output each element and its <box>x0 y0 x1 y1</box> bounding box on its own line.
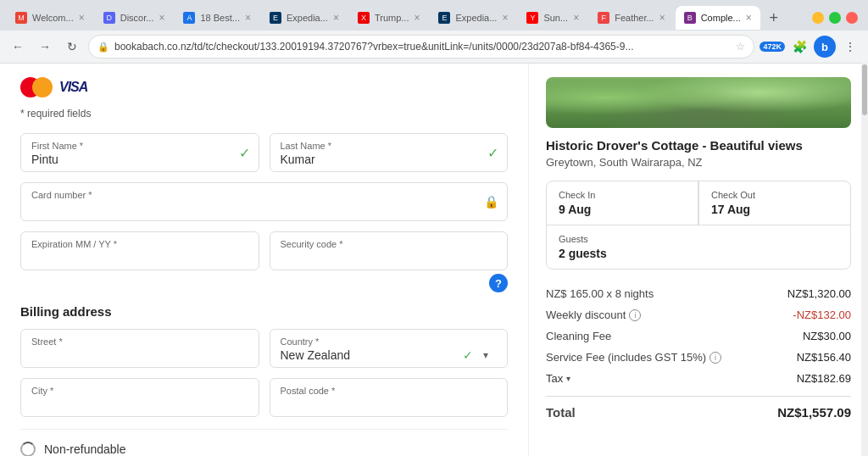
city-label: City * <box>31 386 248 396</box>
street-label: Street * <box>31 336 248 347</box>
secure-icon: 🔒 <box>97 42 109 53</box>
last-name-field[interactable]: Last Name * ✓ <box>270 133 509 172</box>
card-number-field[interactable]: Card number * 🔒 <box>20 182 508 221</box>
street-input[interactable] <box>31 348 248 362</box>
property-name: Historic Drover's Cottage - Beautiful vi… <box>546 138 851 153</box>
scrollbar-thumb[interactable] <box>862 64 867 115</box>
city-postal-row: City * Postal code * <box>20 378 508 417</box>
tax-label[interactable]: Tax ▾ <box>546 372 570 385</box>
postal-input[interactable] <box>281 398 498 411</box>
base-rate-row: NZ$ 165.00 x 8 nights NZ$1,320.00 <box>546 283 851 304</box>
tab-close-expedia2[interactable]: × <box>502 12 508 24</box>
tab-close-expedia1[interactable]: × <box>333 12 339 24</box>
security-input[interactable] <box>281 251 498 264</box>
address-bar[interactable]: 🔒 bookabach.co.nz/td/tc/checkout/133.200… <box>88 35 754 58</box>
last-name-check-icon: ✓ <box>487 145 498 161</box>
country-select-wrapper: ✓ New Zealand ▾ <box>281 348 498 362</box>
first-name-input[interactable] <box>31 153 248 166</box>
tab-trump[interactable]: X Trump... × <box>349 6 429 30</box>
minimize-button[interactable] <box>812 12 824 24</box>
security-field[interactable]: Security code * <box>270 231 509 270</box>
booking-summary: Historic Drover's Cottage - Beautiful vi… <box>529 64 868 456</box>
tab-expedia2[interactable]: E Expedia... × <box>430 6 516 30</box>
menu-button[interactable]: ⋮ <box>839 36 861 58</box>
close-button[interactable] <box>846 12 858 24</box>
street-country-row: Street * Country * ✓ New Zealand ▾ <box>20 329 508 368</box>
expiry-input[interactable] <box>31 251 248 264</box>
back-button[interactable]: ← <box>7 36 29 58</box>
forward-button[interactable]: → <box>34 36 56 58</box>
tab-label-discord: Discor... <box>120 13 154 23</box>
tab-label-sun: Sun... <box>543 13 568 23</box>
tab-favicon-expedia1: E <box>270 12 281 24</box>
help-icon[interactable]: ? <box>489 274 508 292</box>
service-fee-info-icon[interactable]: i <box>709 352 721 364</box>
postal-label: Postal code * <box>281 386 498 396</box>
base-rate-amount: NZ$1,320.00 <box>787 287 851 300</box>
tab-favicon-expedia2: E <box>438 12 450 24</box>
tab-expedia1[interactable]: E Expedia... × <box>261 6 348 30</box>
tab-favicon-gmail: M <box>15 12 27 24</box>
city-field[interactable]: City * <box>20 378 259 417</box>
tab-close-sun[interactable]: × <box>573 12 579 24</box>
address-star-icon[interactable]: ☆ <box>736 41 745 53</box>
extension-badge: 472K <box>760 42 785 52</box>
tab-close-trump[interactable]: × <box>414 12 420 24</box>
tab-best18[interactable]: A 18 Best... × <box>175 6 259 30</box>
non-refundable-icon <box>20 442 36 456</box>
last-name-input[interactable] <box>281 153 498 166</box>
tab-close-gmail[interactable]: × <box>79 12 85 24</box>
guests-value: 2 guests <box>559 247 838 260</box>
expiry-field[interactable]: Expiration MM / YY * <box>20 231 259 270</box>
tab-discord[interactable]: D Discor... × <box>95 6 174 30</box>
tab-feather[interactable]: F Feather... × <box>589 6 674 30</box>
scrollbar-track[interactable] <box>861 64 868 456</box>
street-field[interactable]: Street * <box>20 329 259 368</box>
weekly-discount-row: Weekly discount i -NZ$132.00 <box>546 304 851 325</box>
first-name-field[interactable]: First Name * ✓ <box>20 133 259 172</box>
tab-sun[interactable]: Y Sun... × <box>518 6 587 30</box>
tab-close-best18[interactable]: × <box>245 12 251 24</box>
tab-label-feather: Feather... <box>615 13 654 23</box>
check-out-cell: Check Out 17 Aug <box>698 181 850 225</box>
tax-amount: NZ$182.69 <box>797 372 851 385</box>
non-refundable-label: Non-refundable <box>44 442 126 456</box>
expiry-label: Expiration MM / YY * <box>31 239 248 249</box>
tab-gmail[interactable]: M Welcom... × <box>7 6 93 30</box>
tab-favicon-best18: A <box>183 12 195 24</box>
guests-label: Guests <box>559 234 838 244</box>
tab-close-feather[interactable]: × <box>659 12 665 24</box>
tab-label-trump: Trump... <box>375 13 409 23</box>
country-label: Country * <box>281 336 498 347</box>
base-rate-label: NZ$ 165.00 x 8 nights <box>546 287 654 300</box>
reload-button[interactable]: ↻ <box>61 36 83 58</box>
tab-close-complete[interactable]: × <box>746 12 752 24</box>
last-name-label: Last Name * <box>281 141 498 151</box>
card-number-input[interactable] <box>31 202 497 215</box>
billing-title: Billing address <box>20 304 508 319</box>
tab-favicon-discord: D <box>103 12 115 24</box>
guests-cell: Guests 2 guests <box>547 225 850 269</box>
tab-label-gmail: Welcom... <box>32 13 74 23</box>
country-field[interactable]: Country * ✓ New Zealand ▾ <box>270 329 509 368</box>
profile-button[interactable]: b <box>814 36 836 58</box>
weekly-discount-info-icon[interactable]: i <box>629 309 641 321</box>
extensions-button[interactable]: 🧩 <box>788 36 810 58</box>
mastercard-logo <box>20 77 53 97</box>
required-note: * required fields <box>20 108 508 120</box>
visa-logo: VISA <box>59 80 87 95</box>
tab-label-expedia1: Expedia... <box>287 13 328 23</box>
total-amount: NZ$1,557.09 <box>777 405 851 420</box>
postal-field[interactable]: Postal code * <box>270 378 509 417</box>
cleaning-fee-row: Cleaning Fee NZ$30.00 <box>546 325 851 347</box>
city-input[interactable] <box>31 398 248 411</box>
tab-complete[interactable]: B Comple... × <box>676 6 760 30</box>
property-image-inner <box>546 77 851 128</box>
checkout-form: VISA * required fields First Name * ✓ La… <box>0 64 529 456</box>
service-fee-label: Service Fee (includes GST 15%) i <box>546 351 721 364</box>
maximize-button[interactable] <box>829 12 841 24</box>
tab-close-discord[interactable]: × <box>159 12 164 24</box>
tab-label-best18: 18 Best... <box>200 13 239 23</box>
browser-chrome: M Welcom... × D Discor... × A 18 Best...… <box>0 0 868 64</box>
new-tab-button[interactable]: + <box>762 6 786 30</box>
